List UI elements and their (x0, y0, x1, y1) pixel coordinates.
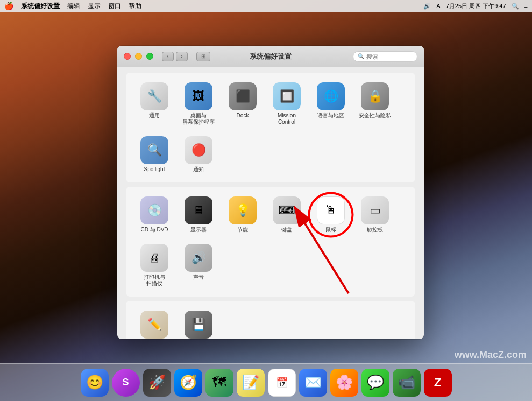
pref-startup[interactable]: 💾 启动磁盘 (178, 306, 219, 339)
dock-notes[interactable]: 📝 (237, 369, 265, 397)
general-icon: 🔧 (140, 82, 168, 110)
pref-trackpad[interactable]: ▭ 触控板 (354, 192, 396, 237)
spotlight-label: Spotlight (144, 166, 165, 173)
volume-icon[interactable]: 🔊 (423, 3, 431, 10)
section-hardware: 💿 CD 与 DVD 🖥 显示器 💡 节能 ⌨ 键盘 (126, 187, 415, 297)
back-button[interactable]: ‹ (162, 52, 174, 61)
search-magnifier-icon: 🔍 (358, 53, 364, 59)
section-other-hw: ✏️ Ink 💾 启动磁盘 (126, 301, 415, 339)
window-content: 🔧 通用 🖼 桌面与屏幕保护程序 ⬛ Dock 🔲 MissionControl (117, 67, 424, 339)
printer-label: 打印机与扫描仪 (144, 274, 165, 287)
printer-icon: 🖨 (140, 244, 168, 272)
startup-icon: 💾 (185, 311, 212, 339)
dock-messages[interactable]: 💬 (361, 369, 389, 397)
trackpad-icon: ▭ (361, 196, 389, 224)
spotlight-icon: 🔍 (140, 136, 168, 164)
pref-ink[interactable]: ✏️ Ink (133, 306, 175, 339)
menubar-right: 🔊 A 7月25日 周四 下午9:47 🔍 ≡ (423, 2, 528, 10)
section-personal: 🔧 通用 🖼 桌面与屏幕保护程序 ⬛ Dock 🔲 MissionControl (126, 73, 415, 182)
sound-label: 声音 (193, 274, 204, 280)
pref-sound[interactable]: 🔊 声音 (178, 240, 219, 291)
dock-siri[interactable]: S (112, 369, 140, 397)
mouse-label: 鼠标 (325, 227, 336, 233)
notify-label: 通知 (193, 166, 204, 173)
dock: 😊 S 🚀 🧭 🗺 📝 📅 ✉️ 🌸 💬 📹 Z (0, 363, 532, 401)
grid-view-button[interactable]: ⊞ (196, 52, 210, 61)
search-box[interactable]: 🔍 (353, 51, 417, 62)
dock-launchpad[interactable]: 🚀 (143, 369, 171, 397)
energy-label: 节能 (237, 227, 248, 233)
cd-icon: 💿 (140, 196, 168, 224)
titlebar-nav: ‹ › (162, 52, 188, 61)
mission-label: MissionControl (278, 112, 296, 125)
energy-icon: 💡 (229, 196, 257, 224)
pref-spotlight[interactable]: 🔍 Spotlight (133, 132, 175, 177)
desktop: 🍎 系统偏好设置 编辑 显示 窗口 帮助 🔊 A 7月25日 周四 下午9:47… (0, 0, 532, 401)
list-icon[interactable]: ≡ (524, 3, 528, 9)
menubar-edit[interactable]: 编辑 (67, 2, 80, 11)
language-label: 语言与地区 (317, 112, 344, 119)
dock-mail[interactable]: ✉️ (299, 369, 327, 397)
window-minimize-button[interactable] (135, 53, 142, 60)
dock-macz[interactable]: Z (424, 369, 452, 397)
general-label: 通用 (149, 112, 160, 119)
search-input[interactable] (366, 53, 415, 60)
pref-keyboard[interactable]: ⌨ 键盘 (266, 192, 308, 237)
menubar-window[interactable]: 窗口 (108, 2, 121, 11)
pref-printer[interactable]: 🖨 打印机与扫描仪 (133, 240, 175, 291)
menubar-help[interactable]: 帮助 (129, 2, 141, 11)
sound-icon: 🔊 (185, 244, 212, 272)
dock-maps[interactable]: 🗺 (205, 369, 233, 397)
cd-label: CD 与 DVD (140, 227, 168, 233)
keyboard-input-icon[interactable]: A (436, 3, 440, 9)
desktop-icon: 🖼 (185, 82, 212, 110)
window-close-button[interactable] (124, 53, 131, 60)
keyboard-label: 键盘 (281, 227, 292, 233)
pref-language[interactable]: 🌐 语言与地区 (310, 78, 352, 130)
mouse-icon: 🖱 (317, 196, 345, 224)
window-title: 系统偏好设置 (250, 52, 292, 61)
pref-notify[interactable]: 🔴 通知 (178, 132, 219, 177)
display-label: 显示器 (190, 227, 207, 233)
watermark: www.MacZ.com (455, 349, 527, 361)
security-icon: 🔒 (361, 82, 389, 110)
window-titlebar: ‹ › ⊞ 系统偏好设置 🔍 (117, 46, 424, 67)
pref-general[interactable]: 🔧 通用 (133, 78, 175, 130)
pref-mission[interactable]: 🔲 MissionControl (266, 78, 308, 130)
trackpad-label: 触控板 (367, 227, 383, 233)
window-maximize-button[interactable] (146, 53, 153, 60)
language-icon: 🌐 (317, 82, 345, 110)
ink-icon: ✏️ (140, 311, 168, 339)
personal-grid: 🔧 通用 🖼 桌面与屏幕保护程序 ⬛ Dock 🔲 MissionControl (133, 78, 408, 177)
search-icon[interactable]: 🔍 (512, 3, 519, 10)
pref-display[interactable]: 🖥 显示器 (178, 192, 219, 237)
dock-safari[interactable]: 🧭 (174, 369, 202, 397)
apple-menu[interactable]: 🍎 (4, 2, 13, 10)
pref-mouse[interactable]: 🖱 鼠标 (310, 192, 352, 237)
dock-icon-pref: ⬛ (229, 82, 257, 110)
forward-button[interactable]: › (176, 52, 188, 61)
dock-calendar[interactable]: 📅 (268, 369, 296, 397)
pref-security[interactable]: 🔒 安全性与隐私 (354, 78, 396, 130)
other-hw-grid: ✏️ Ink 💾 启动磁盘 (133, 306, 408, 339)
datetime-display: 7月25日 周四 下午9:47 (446, 2, 506, 10)
pref-energy[interactable]: 💡 节能 (222, 192, 264, 237)
notify-icon: 🔴 (185, 136, 212, 164)
dock-finder[interactable]: 😊 (81, 369, 109, 397)
pref-cd[interactable]: 💿 CD 与 DVD (133, 192, 175, 237)
dock-photos[interactable]: 🌸 (330, 369, 358, 397)
menubar-left: 🍎 系统偏好设置 编辑 显示 窗口 帮助 (4, 2, 141, 11)
display-icon: 🖥 (185, 196, 212, 224)
menubar: 🍎 系统偏好设置 编辑 显示 窗口 帮助 🔊 A 7月25日 周四 下午9:47… (0, 0, 532, 12)
pref-dock[interactable]: ⬛ Dock (222, 78, 264, 130)
dock-facetime[interactable]: 📹 (393, 369, 421, 397)
menubar-display[interactable]: 显示 (88, 2, 101, 11)
menubar-app-name[interactable]: 系统偏好设置 (21, 2, 60, 11)
system-preferences-window: ‹ › ⊞ 系统偏好设置 🔍 🔧 通用 🖼 (117, 46, 424, 339)
security-label: 安全性与隐私 (359, 112, 391, 119)
desktop-label: 桌面与屏幕保护程序 (182, 112, 215, 125)
mission-icon: 🔲 (273, 82, 301, 110)
hardware-grid: 💿 CD 与 DVD 🖥 显示器 💡 节能 ⌨ 键盘 (133, 192, 408, 291)
dock-label: Dock (237, 112, 249, 119)
pref-desktop[interactable]: 🖼 桌面与屏幕保护程序 (178, 78, 219, 130)
